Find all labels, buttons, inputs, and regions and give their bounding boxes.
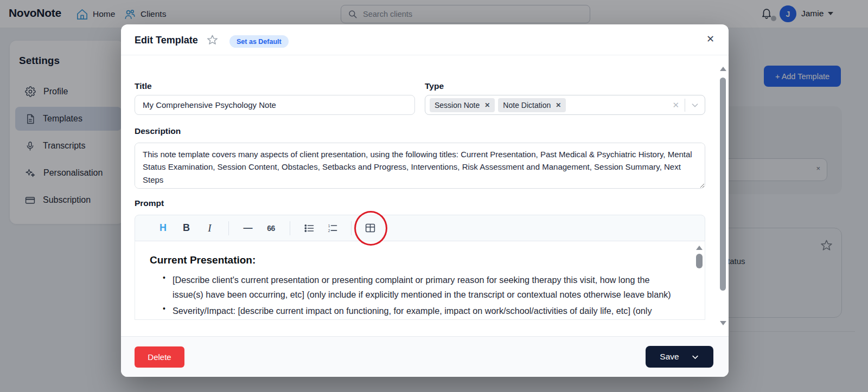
favorite-star-icon[interactable] xyxy=(207,34,218,46)
scroll-up-arrow[interactable] xyxy=(720,67,726,71)
editor-bullet: [Describe client's current presentation … xyxy=(163,273,678,302)
type-tag: Note Dictation ✕ xyxy=(498,98,566,112)
type-multiselect[interactable]: Session Note ✕ Note Dictation ✕ ✕ xyxy=(425,95,705,115)
type-tag-label: Note Dictation xyxy=(503,101,551,110)
scroll-up-arrow[interactable] xyxy=(696,246,703,250)
bold-button[interactable]: B xyxy=(178,220,195,236)
chevron-down-icon[interactable] xyxy=(691,101,699,110)
divider xyxy=(228,221,229,235)
editor-scrollbar[interactable] xyxy=(695,246,703,316)
description-textarea[interactable]: This note template covers many aspects o… xyxy=(135,143,705,189)
delete-button[interactable]: Delete xyxy=(135,346,184,368)
app-root: NovoNote Home Clients J Jamie xyxy=(0,0,868,392)
svg-text:1: 1 xyxy=(328,223,330,227)
divider xyxy=(351,221,352,235)
divider xyxy=(685,99,685,112)
italic-button[interactable]: I xyxy=(201,220,218,236)
prompt-editor[interactable]: Current Presentation: [Describe client's… xyxy=(135,241,705,320)
type-controls: ✕ xyxy=(672,95,699,114)
type-tag: Session Note ✕ xyxy=(430,98,495,112)
close-icon[interactable]: ✕ xyxy=(706,34,714,44)
svg-text:2: 2 xyxy=(328,228,330,232)
type-field-label: Type xyxy=(425,81,444,91)
edit-template-modal: Edit Template Set as Default ✕ Title Typ… xyxy=(121,24,729,377)
remove-tag-icon[interactable]: ✕ xyxy=(556,101,561,109)
clear-selection-icon[interactable]: ✕ xyxy=(672,100,679,110)
scrollbar-thumb[interactable] xyxy=(720,78,726,291)
horizontal-rule-button[interactable]: — xyxy=(239,220,256,236)
prompt-field-label: Prompt xyxy=(135,198,164,208)
modal-title: Edit Template xyxy=(135,35,198,46)
heading-button[interactable]: H xyxy=(155,220,171,236)
prompt-editor-toolbar: H B I — 66 12 xyxy=(135,215,705,241)
bullet-list-button[interactable] xyxy=(301,220,317,236)
editor-bullet: Severity/Impact: [describe current impac… xyxy=(163,304,678,318)
title-field-label: Title xyxy=(135,81,152,91)
table-button[interactable] xyxy=(362,220,379,236)
chevron-down-icon xyxy=(691,353,699,361)
remove-tag-icon[interactable]: ✕ xyxy=(484,101,490,109)
modal-header: Edit Template Set as Default ✕ xyxy=(121,24,729,55)
scroll-down-arrow[interactable] xyxy=(720,321,726,325)
modal-scrollbar[interactable] xyxy=(719,62,727,325)
set-default-badge[interactable]: Set as Default xyxy=(229,35,289,48)
ordered-list-button[interactable]: 12 xyxy=(324,220,341,236)
editor-bullet-list: [Describe client's current presentation … xyxy=(163,273,678,318)
blockquote-button[interactable]: 66 xyxy=(263,220,279,236)
save-button[interactable]: Save xyxy=(646,346,713,368)
divider xyxy=(290,221,290,235)
type-tag-label: Session Note xyxy=(435,101,480,110)
editor-heading: Current Presentation: xyxy=(150,254,683,266)
description-field-label: Description xyxy=(135,126,181,136)
title-input[interactable] xyxy=(135,95,415,115)
scrollbar-thumb[interactable] xyxy=(696,254,703,268)
save-label: Save xyxy=(660,352,679,362)
modal-footer: Delete Save xyxy=(121,336,729,377)
